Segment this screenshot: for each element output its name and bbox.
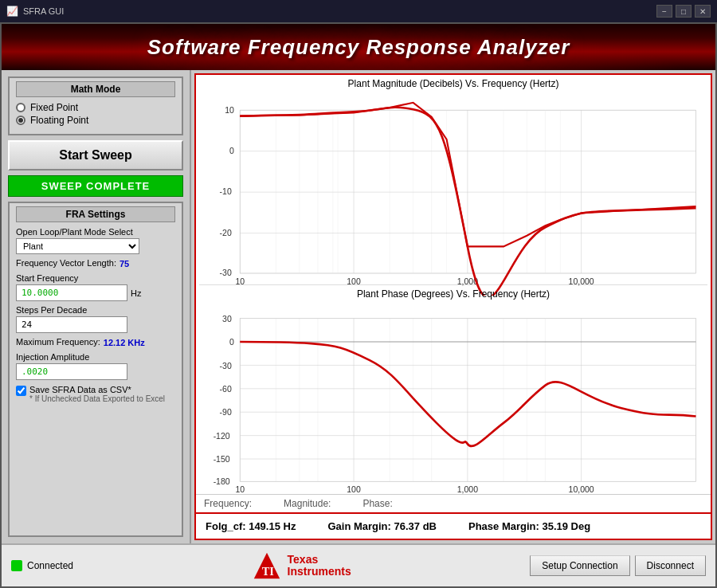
svg-text:10: 10 — [225, 105, 234, 115]
mode-select-section: Open Loop/Plant Mode Select Plant Open L… — [16, 227, 175, 254]
max-freq-value: 12.12 KHz — [104, 338, 145, 347]
main-content: Math Mode Fixed Point Floating Point Sta… — [2, 70, 715, 543]
svg-text:-30: -30 — [220, 360, 232, 370]
fra-settings-title: FRA Settings — [16, 206, 175, 222]
window-title: SFRA GUI — [23, 6, 64, 16]
sweep-complete-banner: SWEEP COMPLETE — [8, 175, 183, 197]
ti-logo-text: Texas Instruments — [288, 554, 351, 578]
floating-point-radio[interactable] — [16, 116, 25, 125]
svg-text:0: 0 — [229, 337, 234, 347]
phase-chart: 30 0 -30 -60 -90 -120 -150 -180 10 100 1… — [202, 303, 704, 506]
minimize-button[interactable]: − — [656, 5, 672, 18]
app-title: Software Frequency Response Analyzer — [147, 35, 570, 60]
freq-vector-row: Frequency Vector Length: 75 — [16, 258, 175, 269]
ti-logo-icon: TI — [253, 551, 281, 580]
inj-amp-input[interactable] — [16, 363, 127, 380]
floating-point-label: Floating Point — [30, 115, 88, 126]
bottom-buttons: Setup Connection Disconnect — [530, 555, 706, 576]
bottom-bar: Connected TI Texas Instruments Setup Con… — [2, 543, 715, 586]
save-csv-checkbox[interactable] — [16, 386, 26, 396]
freq-vector-value: 75 — [120, 259, 129, 269]
svg-text:-180: -180 — [214, 476, 230, 485]
start-sweep-button[interactable]: Start Sweep — [8, 140, 183, 171]
svg-text:-30: -30 — [220, 268, 232, 277]
svg-text:-10: -10 — [220, 186, 232, 196]
start-freq-label: Start Frequency — [16, 273, 175, 283]
start-freq-unit: Hz — [131, 288, 141, 298]
max-freq-row: Maximum Frequency: 12.12 KHz — [16, 337, 175, 348]
ti-name-line1: Texas — [288, 554, 351, 566]
connection-status-dot — [11, 560, 22, 571]
steps-input[interactable] — [16, 316, 127, 333]
title-bar: 📈 SFRA GUI − □ ✕ — [0, 0, 717, 22]
math-mode-title: Math Mode — [16, 81, 175, 97]
start-freq-section: Start Frequency Hz — [16, 273, 175, 301]
fixed-point-label: Fixed Point — [30, 102, 78, 113]
app-icon: 📈 — [6, 6, 18, 17]
connected-indicator: Connected — [11, 560, 73, 571]
svg-text:-90: -90 — [220, 407, 232, 417]
window-controls: − □ ✕ — [656, 5, 711, 18]
svg-text:10: 10 — [235, 484, 245, 494]
save-csv-note: * If Unchecked Data Exported to Excel — [29, 394, 165, 403]
folg-cf-result: Folg_cf: 149.15 Hz — [206, 520, 296, 532]
save-csv-label: Save SFRA Data as CSV* — [29, 385, 165, 394]
gain-margin-result: Gain Margin: 76.37 dB — [327, 520, 437, 532]
phase-margin-result: Phase Margin: 35.19 Deg — [468, 520, 590, 532]
phase-chart-container: Plant Phase (Degrees) Vs. Frequency (Her… — [196, 285, 711, 495]
setup-connection-button[interactable]: Setup Connection — [530, 555, 629, 576]
connected-label: Connected — [27, 560, 73, 571]
fixed-point-radio[interactable] — [16, 103, 25, 112]
ti-name-line2: Instruments — [288, 566, 351, 578]
inj-amp-label: Injection Amplitude — [16, 352, 175, 362]
freq-vector-label: Frequency Vector Length: — [16, 258, 116, 268]
svg-text:30: 30 — [222, 313, 232, 323]
save-csv-row: Save SFRA Data as CSV* * If Unchecked Da… — [16, 385, 175, 403]
svg-text:0: 0 — [229, 146, 234, 155]
mode-select-label: Open Loop/Plant Mode Select — [16, 227, 175, 237]
svg-text:-60: -60 — [220, 384, 232, 394]
result-bar: Folg_cf: 149.15 Hz Gain Margin: 76.37 dB… — [196, 512, 711, 539]
svg-text:10,000: 10,000 — [569, 484, 594, 494]
left-panel: Math Mode Fixed Point Floating Point Sta… — [2, 70, 191, 543]
svg-text:100: 100 — [347, 484, 361, 494]
svg-text:-20: -20 — [220, 228, 232, 237]
svg-text:1,000: 1,000 — [457, 484, 478, 494]
floating-point-option[interactable]: Floating Point — [16, 115, 175, 126]
math-mode-box: Math Mode Fixed Point Floating Point — [8, 76, 183, 135]
steps-label: Steps Per Decade — [16, 305, 175, 315]
fra-settings-box: FRA Settings Open Loop/Plant Mode Select… — [8, 202, 183, 537]
magnitude-chart-title: Plant Magnitude (Decibels) Vs. Frequency… — [202, 78, 704, 89]
svg-text:-150: -150 — [214, 454, 230, 464]
close-button[interactable]: ✕ — [695, 5, 711, 18]
mode-select-dropdown[interactable]: Plant Open Loop — [16, 238, 139, 254]
disconnect-button[interactable]: Disconnect — [635, 555, 706, 576]
header-banner: Software Frequency Response Analyzer — [2, 24, 715, 70]
max-freq-label: Maximum Frequency: — [16, 337, 100, 347]
svg-text:-120: -120 — [214, 430, 230, 440]
magnitude-chart-container: Plant Magnitude (Decibels) Vs. Frequency… — [196, 75, 711, 284]
inj-amp-section: Injection Amplitude — [16, 352, 175, 380]
steps-section: Steps Per Decade — [16, 305, 175, 333]
ti-logo: TI Texas Instruments — [253, 551, 351, 580]
start-freq-input[interactable] — [16, 284, 127, 301]
right-panel: Plant Magnitude (Decibels) Vs. Frequency… — [194, 73, 712, 540]
fixed-point-option[interactable]: Fixed Point — [16, 102, 175, 113]
app-window: Software Frequency Response Analyzer Mat… — [0, 22, 717, 588]
magnitude-chart: 10 0 -10 -20 -30 10 100 1,000 10,000 — [202, 92, 704, 296]
phase-chart-title: Plant Phase (Degrees) Vs. Frequency (Her… — [202, 288, 704, 300]
svg-text:TI: TI — [261, 565, 274, 578]
maximize-button[interactable]: □ — [676, 5, 692, 18]
